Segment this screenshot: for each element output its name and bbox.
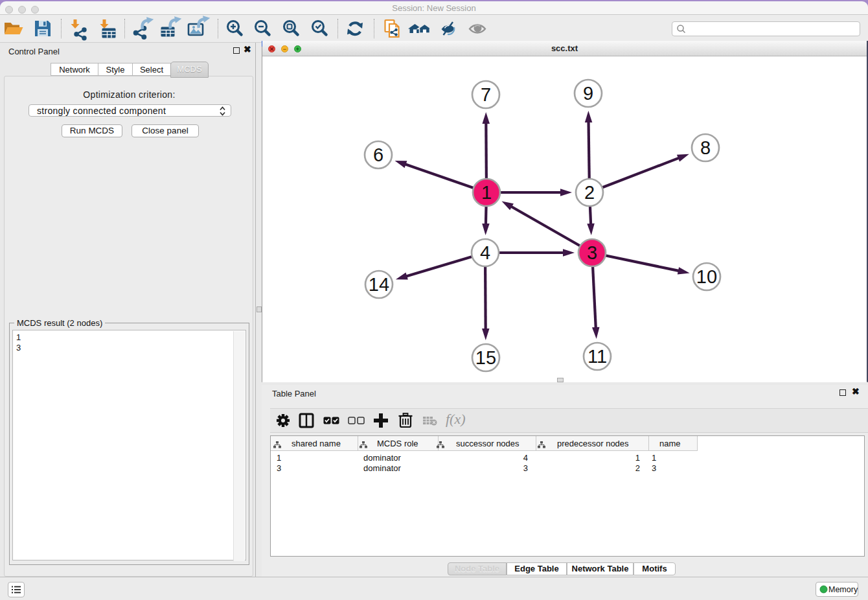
svg-text:15: 15 (475, 347, 496, 368)
svg-text:2: 2 (584, 182, 595, 203)
svg-text:14: 14 (369, 274, 389, 295)
svg-text:6: 6 (373, 144, 383, 165)
svg-text:7: 7 (481, 84, 491, 105)
svg-text:11: 11 (588, 346, 607, 367)
svg-text:1: 1 (481, 182, 492, 203)
svg-text:9: 9 (583, 83, 593, 104)
svg-text:3: 3 (587, 242, 597, 263)
svg-text:8: 8 (700, 137, 711, 158)
svg-text:4: 4 (480, 242, 490, 263)
svg-text:10: 10 (696, 266, 717, 287)
